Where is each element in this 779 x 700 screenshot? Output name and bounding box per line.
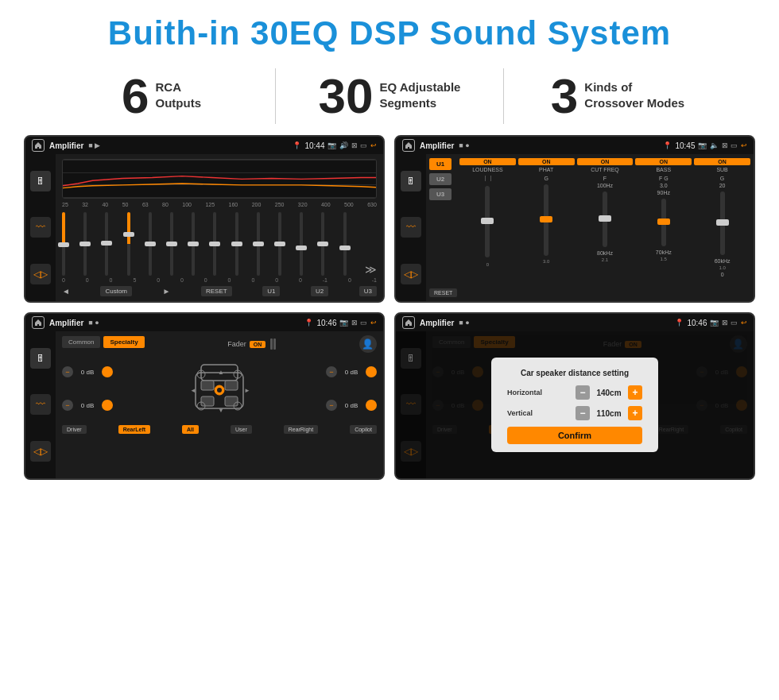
loudness-slider[interactable] [485,186,490,257]
eq-sidebar-wave[interactable]: 〰 [30,217,51,238]
tab-common[interactable]: Common [62,336,100,348]
driver-btn[interactable]: Driver [62,425,87,434]
phat-col: ON PHAT G 3.0 [518,158,575,297]
loudness-col: ON LOUDNESS —— 0 [459,158,516,297]
eq-graph [62,159,377,199]
u1-select[interactable]: U1 [429,158,452,170]
fader-sidebar-vol[interactable]: ◁▷ [30,441,51,462]
u2-select[interactable]: U2 [429,173,452,185]
u3-btn[interactable]: U3 [359,286,377,296]
sub-slider[interactable] [720,191,725,255]
dialog-overlay: Car speaker distance setting Horizontal … [396,331,754,478]
tl-speaker: − 0 dB + [62,366,113,377]
eq-slider-3[interactable] [105,212,108,276]
eq-slider-13[interactable] [321,212,324,276]
eq-slider-12[interactable] [300,212,303,276]
back-icon-4[interactable]: ↩ [741,319,747,327]
eq-sidebar-vol[interactable]: ◁▷ [30,264,51,284]
eq-slider-6[interactable] [170,212,173,276]
phat-slider[interactable] [544,184,548,256]
crossover-sidebar-eq[interactable]: 🎚 [401,171,421,191]
back-icon-2[interactable]: ↩ [741,141,747,149]
fader-tabs: Common Specialty [62,336,145,348]
horizontal-plus[interactable]: + [628,385,642,400]
vertical-plus[interactable]: + [628,406,642,420]
crossover-sidebar-vol[interactable]: ◁▷ [401,264,421,284]
back-icon[interactable]: ↩ [370,141,377,149]
eq-slider-8[interactable] [213,212,216,276]
bass-value: 1.5 [661,257,667,261]
tr-minus[interactable]: − [326,366,337,377]
dialog-body-bg: 🎚 〰 ◁▷ Common Specialty Fader ON 👤 [396,331,754,478]
next-arrow[interactable]: ► [163,287,171,296]
eq-status-bar: Amplifier ■ ▶ 📍 10:44 📷 🔊 ⊠ ▭ ↩ [25,137,383,154]
eq-slider-5[interactable] [149,212,152,276]
eq-slider-11[interactable] [278,212,281,276]
cutfreq-on: ON [577,158,634,165]
home-icon[interactable] [32,139,45,152]
loudness-on: ON [459,158,516,165]
cutfreq-col: ON CUT FREQ F 100Hz 80kHz 2.1 [577,158,634,297]
tab-specialty[interactable]: Specialty [103,336,144,348]
volume-icon: 🔊 [339,141,348,149]
bass-slider[interactable] [661,199,666,246]
eq-slider-9[interactable] [235,212,238,276]
crossover-time: 10:45 [675,141,695,150]
home-icon-3[interactable] [32,316,45,329]
rearleft-btn[interactable]: RearLeft [118,425,150,434]
prev-arrow[interactable]: ◄ [62,287,70,296]
tl-minus[interactable]: − [62,366,73,377]
eq-slider-7[interactable] [192,212,195,276]
dialog-status-bar: Amplifier ■ ● 📍 10:46 📷 ⊠ ▭ ↩ [396,314,754,331]
eq-more[interactable]: ≫ [365,263,377,276]
reset-btn[interactable]: RESET [201,286,232,296]
bl-minus[interactable]: − [62,400,73,411]
back-icon-3[interactable]: ↩ [370,319,377,327]
crossover-reset[interactable]: RESET [429,288,457,297]
cutfreq-value: 2.1 [602,257,608,262]
tl-plus[interactable]: + [102,366,113,377]
tr-plus[interactable]: + [366,366,377,377]
br-minus[interactable]: − [326,400,337,411]
phat-label: PHAT [539,167,553,172]
eq-content: 253240506380100125160200250320400500630 [56,154,383,301]
confirm-button[interactable]: Confirm [507,427,642,444]
page-title: Buith-in 30EQ DSP Sound System [8,14,771,52]
stat-number-crossover: 3 [551,72,578,121]
eq-slider-2[interactable] [83,212,87,276]
eq-slider-1[interactable] [62,212,65,276]
fader-sidebar-wave[interactable]: 〰 [30,394,51,415]
stat-rca: 6 RCAOutputs [64,72,259,121]
eq-slider-10[interactable] [257,212,260,276]
svg-text:▼: ▼ [218,407,224,414]
home-icon-2[interactable] [402,139,415,152]
horizontal-value: 140cm [593,389,625,397]
horizontal-minus[interactable]: − [576,385,590,400]
eq-slider-4[interactable] [127,212,130,276]
eq-slider-14[interactable] [343,212,347,276]
crossover-sidebar-wave[interactable]: 〰 [401,217,421,238]
vertical-minus[interactable]: − [576,406,590,420]
user-btn[interactable]: User [231,425,252,434]
all-btn[interactable]: All [182,425,199,434]
reartight-btn[interactable]: RearRight [284,425,319,434]
stat-divider-2 [503,68,504,124]
cutfreq-slider[interactable] [603,191,607,247]
br-plus[interactable]: + [366,400,377,411]
home-icon-4[interactable] [402,316,415,329]
crossover-screen: Amplifier ■ ● 📍 10:45 📷 🔈 ⊠ ▭ ↩ 🎚 〰 ◁▷ [394,135,755,303]
stat-number-rca: 6 [122,72,149,121]
u1-btn[interactable]: U1 [262,286,280,296]
svg-text:►: ► [244,387,250,394]
u2-btn[interactable]: U2 [311,286,328,296]
eq-sidebar-eq[interactable]: 🎚 [30,171,51,191]
horizontal-control: − 140cm + [576,385,642,400]
volume-icon-2: 🔈 [710,141,719,149]
bl-plus[interactable]: + [102,400,113,411]
fader-sidebar-eq[interactable]: 🎚 [30,348,51,369]
copilot-btn[interactable]: Copilot [350,425,377,434]
u3-select[interactable]: U3 [429,188,452,200]
crossover-body: 🎚 〰 ◁▷ U1 U2 U3 RESET ON LOUDNESS [396,154,754,301]
user-icon[interactable]: 👤 [359,335,377,353]
custom-btn[interactable]: Custom [100,286,132,296]
